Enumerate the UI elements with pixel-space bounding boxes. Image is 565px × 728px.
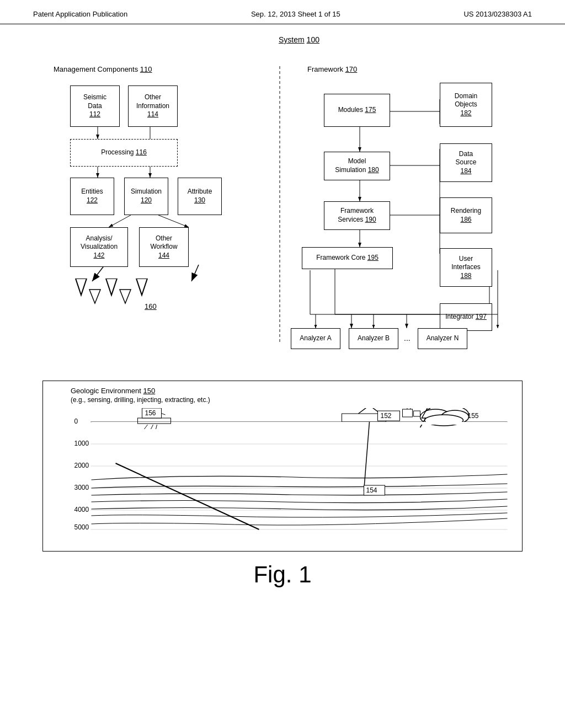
analyzer-dots: ...: [404, 334, 411, 342]
svg-line-5: [109, 215, 131, 227]
svg-line-6: [158, 215, 189, 227]
svg-text:155: 155: [468, 412, 479, 420]
domain-objects-box: DomainObjects 182: [440, 83, 492, 127]
svg-line-65: [145, 425, 148, 429]
attribute-box: Attribute 130: [178, 178, 222, 215]
svg-text:0: 0: [74, 417, 78, 425]
svg-text:5000: 5000: [74, 523, 89, 531]
svg-text:3000: 3000: [74, 484, 89, 491]
svg-text:4000: 4000: [74, 506, 89, 513]
svg-line-67: [156, 425, 157, 429]
svg-marker-28: [106, 279, 117, 295]
other-info-box: OtherInformation 114: [128, 85, 178, 127]
analyzer-connections: [285, 267, 500, 331]
rendering-box: Rendering 186: [440, 197, 492, 233]
svg-marker-27: [76, 279, 87, 295]
fig-label: Fig. 1: [33, 561, 532, 588]
svg-line-66: [151, 425, 153, 429]
svg-text:1000: 1000: [74, 440, 89, 447]
svg-rect-73: [414, 411, 420, 416]
modules-box: Modules 175: [324, 94, 390, 127]
header-right: US 2013/0238303 A1: [463, 10, 532, 18]
svg-text:156: 156: [145, 409, 156, 417]
page-header: Patent Application Publication Sep. 12, …: [0, 0, 565, 24]
main-content: System 100: [0, 24, 565, 599]
svg-text:154: 154: [366, 486, 377, 494]
svg-text:152: 152: [381, 412, 392, 420]
geo-subtitle: (e.g., sensing, drilling, injecting, ext…: [71, 396, 514, 404]
geo-container: Geologic Environment 150 (e.g., sensing,…: [42, 381, 523, 552]
system-label: System 100: [66, 35, 532, 44]
header-left: Patent Application Publication: [33, 10, 127, 18]
model-sim-box: ModelSimulation 180: [324, 152, 390, 180]
svg-text:2000: 2000: [74, 462, 89, 469]
svg-rect-72: [403, 409, 413, 417]
data-source-box: DataSource 184: [440, 143, 492, 182]
fw-core-box: Framework Core 195: [302, 247, 393, 269]
svg-line-68: [364, 422, 370, 491]
svg-line-69: [116, 463, 259, 529]
other-workflow-box: OtherWorkflow 144: [139, 227, 189, 267]
svg-marker-29: [136, 279, 147, 295]
processing-box: Processing 116: [70, 139, 178, 167]
analysis-box: Analysis/Visualization 142: [70, 227, 128, 267]
analyzer-a-box: Analyzer A: [291, 328, 340, 349]
svg-line-55: [359, 408, 370, 414]
output-arrows: [70, 279, 180, 312]
seismic-data-box: SeismicData 112: [70, 85, 120, 127]
analyzer-b-box: Analyzer B: [349, 328, 398, 349]
entities-box: Entities 122: [70, 178, 114, 215]
analyzer-n-box: Analyzer N: [418, 328, 467, 349]
simulation-box: Simulation 120: [124, 178, 168, 215]
geo-diagram: 0 1000 2000 3000 4000 5000 155: [71, 408, 514, 535]
system-diagram: Management Components 110 Framework 170 …: [42, 50, 523, 370]
svg-line-8: [191, 265, 199, 281]
header-center: Sep. 12, 2013 Sheet 1 of 15: [251, 10, 340, 18]
fw-services-box: FrameworkServices 190: [324, 201, 390, 230]
geo-title: Geologic Environment 150: [71, 387, 514, 395]
framework-label: Framework 170: [307, 65, 357, 73]
management-label: Management Components 110: [54, 65, 152, 73]
